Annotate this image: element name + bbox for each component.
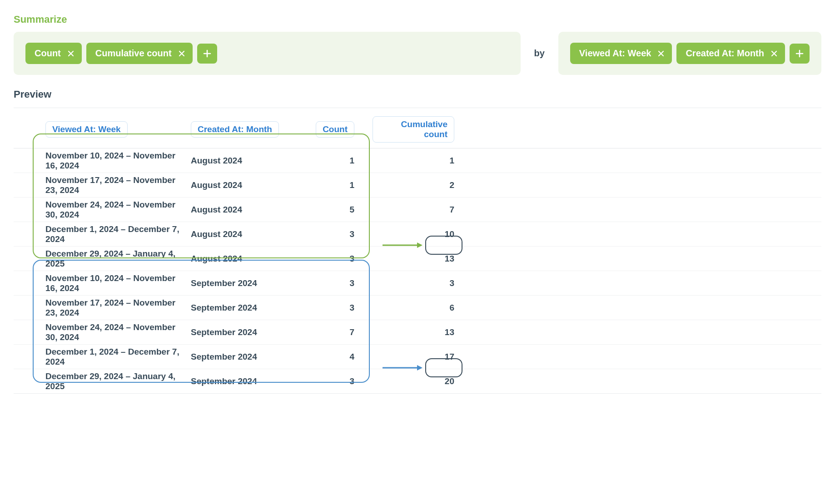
add-metric-button[interactable] — [197, 44, 217, 64]
cell-week: December 29, 2024 – January 4, 2025 — [14, 371, 191, 391]
table-row[interactable]: December 1, 2024 – December 7, 2024Septe… — [14, 344, 821, 369]
table-row[interactable]: November 10, 2024 – November 16, 2024Aug… — [14, 148, 821, 173]
cell-week: November 24, 2024 – November 30, 2024 — [14, 200, 191, 220]
cell-count: 1 — [304, 156, 359, 166]
table-row[interactable]: November 17, 2024 – November 23, 2024Aug… — [14, 173, 821, 197]
breakout-pill-viewed-week[interactable]: Viewed At: Week — [570, 43, 672, 64]
cell-month: September 2024 — [191, 376, 304, 386]
cell-cumulative: 3 — [359, 278, 459, 288]
summarize-title: Summarize — [14, 14, 821, 25]
close-icon[interactable] — [657, 50, 665, 57]
breakout-pill-label: Viewed At: Week — [579, 48, 651, 59]
column-header-week[interactable]: Viewed At: Week — [45, 121, 128, 138]
cell-month: August 2024 — [191, 205, 304, 215]
cell-count: 3 — [304, 229, 359, 239]
breakout-pill-created-month[interactable]: Created At: Month — [676, 43, 785, 64]
cell-month: September 2024 — [191, 303, 304, 313]
table-body: November 10, 2024 – November 16, 2024Aug… — [14, 148, 821, 393]
cell-week: November 24, 2024 – November 30, 2024 — [14, 322, 191, 342]
cell-cumulative: 17 — [359, 352, 459, 362]
close-icon[interactable] — [178, 50, 185, 57]
cell-cumulative: 10 — [359, 229, 459, 239]
cell-month: September 2024 — [191, 278, 304, 288]
cell-month: August 2024 — [191, 156, 304, 166]
metric-pill-label: Cumulative count — [95, 48, 172, 59]
cell-count: 4 — [304, 352, 359, 362]
cell-count: 3 — [304, 278, 359, 288]
table-header: Viewed At: Week Created At: Month Count … — [14, 114, 821, 148]
column-header-month[interactable]: Created At: Month — [191, 121, 279, 138]
close-icon[interactable] — [67, 50, 75, 57]
cell-month: September 2024 — [191, 327, 304, 337]
table-row[interactable]: December 29, 2024 – January 4, 2025Septe… — [14, 369, 821, 393]
cell-week: November 10, 2024 – November 16, 2024 — [14, 151, 191, 171]
table-row[interactable]: December 1, 2024 – December 7, 2024Augus… — [14, 222, 821, 246]
cell-week: November 17, 2024 – November 23, 2024 — [14, 175, 191, 195]
cell-month: August 2024 — [191, 254, 304, 264]
cell-cumulative: 13 — [359, 327, 459, 337]
add-breakout-button[interactable] — [790, 44, 810, 64]
cell-month: August 2024 — [191, 180, 304, 190]
table-row[interactable]: November 10, 2024 – November 16, 2024Sep… — [14, 271, 821, 295]
cell-count: 1 — [304, 180, 359, 190]
breakout-pill-label: Created At: Month — [686, 48, 764, 59]
cell-week: December 1, 2024 – December 7, 2024 — [14, 347, 191, 367]
cell-cumulative: 1 — [359, 156, 459, 166]
cell-week: November 17, 2024 – November 23, 2024 — [14, 298, 191, 318]
by-label: by — [534, 48, 545, 59]
cell-count: 3 — [304, 303, 359, 313]
preview-table: Viewed At: Week Created At: Month Count … — [14, 108, 821, 394]
cell-cumulative: 7 — [359, 205, 459, 215]
cell-week: November 10, 2024 – November 16, 2024 — [14, 273, 191, 293]
column-header-cumulative[interactable]: Cumulative count — [373, 116, 454, 143]
breakouts-well: Viewed At: Week Created At: Month — [558, 32, 821, 75]
cell-month: August 2024 — [191, 229, 304, 239]
metric-pill-label: Count — [35, 48, 61, 59]
metric-pill-cumulative[interactable]: Cumulative count — [86, 43, 193, 64]
cell-cumulative: 2 — [359, 180, 459, 190]
table-row[interactable]: December 29, 2024 – January 4, 2025Augus… — [14, 246, 821, 271]
cell-cumulative: 20 — [359, 376, 459, 386]
table-row[interactable]: November 17, 2024 – November 23, 2024Sep… — [14, 295, 821, 320]
cell-cumulative: 6 — [359, 303, 459, 313]
close-icon[interactable] — [770, 50, 778, 57]
cell-count: 3 — [304, 376, 359, 386]
cell-count: 5 — [304, 205, 359, 215]
cell-week: December 29, 2024 – January 4, 2025 — [14, 249, 191, 269]
cell-cumulative: 13 — [359, 254, 459, 264]
summarize-controls: Count Cumulative count by Viewed At: Wee… — [14, 32, 821, 75]
cell-count: 3 — [304, 254, 359, 264]
table-row[interactable]: November 24, 2024 – November 30, 2024Sep… — [14, 320, 821, 344]
table-row[interactable]: November 24, 2024 – November 30, 2024Aug… — [14, 197, 821, 222]
cell-week: December 1, 2024 – December 7, 2024 — [14, 224, 191, 244]
column-header-count[interactable]: Count — [316, 121, 354, 138]
preview-title: Preview — [14, 89, 821, 100]
cell-month: September 2024 — [191, 352, 304, 362]
metrics-well: Count Cumulative count — [14, 32, 521, 75]
cell-count: 7 — [304, 327, 359, 337]
metric-pill-count[interactable]: Count — [25, 43, 82, 64]
